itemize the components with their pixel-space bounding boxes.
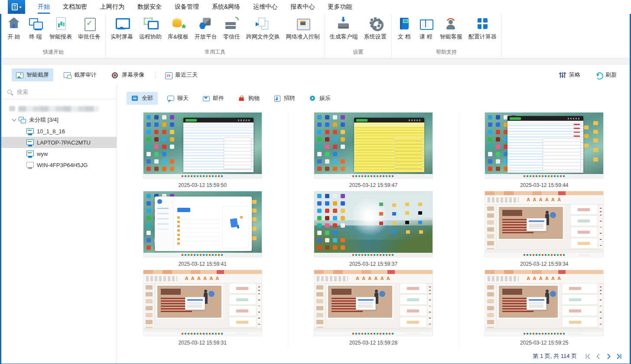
chevron-down-icon[interactable]: [12, 117, 16, 121]
ribbon-divider: [1, 58, 630, 65]
computer-tree: 未分组 [3/4] 10_1_8_16 LAPTOP-7PAC2MTU wyw: [1, 100, 117, 364]
screenshot-timestamp: 2025-03-12 15:59:41: [178, 261, 226, 267]
tab-system-network[interactable]: 系统&网络: [212, 0, 240, 14]
ribbon-button-config-calculator[interactable]: 配置计算器: [465, 14, 500, 41]
screenshot-thumbnail[interactable]: [485, 270, 603, 336]
filter-all[interactable]: 全部: [127, 92, 158, 105]
approval-tasks-icon: [81, 16, 97, 31]
ribbon-button-open-platform[interactable]: 开放平台: [192, 14, 220, 41]
ribbon-button-home[interactable]: 开 始: [3, 14, 25, 41]
page-indicator: 第 1 页, 共 114 页: [533, 352, 577, 360]
tree-item-laptop-7pac2mtu[interactable]: LAPTOP-7PAC2MTU: [1, 137, 117, 148]
ribbon-button-remote-assist[interactable]: 远程协助: [136, 14, 165, 41]
tree-item-win-4fp3p64h5jg[interactable]: WIN-4FP3P64H5JG: [1, 159, 117, 171]
mini-window-art: [354, 118, 424, 172]
generate-client-icon: [336, 16, 351, 31]
window-frame: 开 始 终 端 智能报表 审批任务 快速开始: [0, 14, 631, 364]
last-page-icon[interactable]: [615, 352, 623, 360]
tab-ops-center[interactable]: 运维中心: [253, 0, 277, 14]
desktop-icons-art: [146, 115, 151, 119]
screenshot-audit-button[interactable]: 截屏审计: [59, 68, 101, 81]
filter-recruit[interactable]: 招聘: [269, 92, 300, 105]
policy-sliders-icon: [559, 71, 566, 79]
ribbon-button-system-settings[interactable]: 系统设置: [361, 14, 390, 41]
tab-device-management[interactable]: 设备管理: [175, 0, 199, 14]
mini-statusbar-art: [314, 328, 433, 332]
tab-start[interactable]: 开始: [38, 0, 50, 14]
tree-item-10-1-8-16[interactable]: 10_1_8_16: [1, 126, 117, 137]
ribbon-button-cross-network-file-exchange[interactable]: 跨网文件交换: [243, 14, 283, 41]
screenshot-thumbnail[interactable]: [143, 113, 262, 178]
ribbon-button-label: 系统设置: [364, 33, 387, 41]
tab-report-center[interactable]: 报表中心: [290, 0, 315, 14]
censored-label: [18, 106, 99, 112]
prev-page-icon[interactable]: [594, 352, 602, 360]
tab-more-functions[interactable]: 更多功能: [328, 0, 352, 14]
ribbon-button-zero-trust[interactable]: 零信任: [220, 14, 243, 41]
ribbon-button-label: 智能客服: [440, 33, 462, 41]
ribbon-button-generate-client[interactable]: 生成客户端: [327, 14, 361, 41]
filter-mail[interactable]: 邮件: [198, 92, 229, 105]
screenshot-cell: 2025-03-12 15:59:28: [288, 270, 459, 349]
smart-service-icon: [443, 16, 459, 31]
date-range-button[interactable]: 最近三天: [160, 68, 202, 81]
mini-app-tabs-art: [143, 270, 262, 274]
ribbon-button-label: 网络准入控制: [286, 33, 320, 41]
courses-icon: [418, 16, 434, 31]
ribbon-button-library-templates[interactable]: 库&模板: [165, 14, 192, 41]
app-menu-button[interactable]: [8, 0, 25, 14]
mini-slide-panel-art: [314, 283, 325, 328]
tree-item-censored[interactable]: [1, 103, 117, 114]
ribbon-group-label: 设置: [327, 48, 390, 58]
filter-entertainment[interactable]: 娱乐: [304, 92, 335, 105]
tree-item-wyw[interactable]: wyw: [1, 148, 117, 159]
ribbon-button-smart-service[interactable]: 智能客服: [437, 14, 465, 41]
tab-document-encryption[interactable]: 文档加密: [63, 0, 87, 14]
system-settings-icon: [368, 16, 383, 31]
screenshot-timestamp: 2025-03-12 15:59:28: [349, 340, 397, 346]
chevron-down-icon: [19, 6, 22, 10]
tab-data-security[interactable]: 数据安全: [137, 0, 162, 14]
screenshot-thumbnail[interactable]: [314, 270, 433, 336]
ribbon-button-docs[interactable]: 文 档: [394, 14, 415, 41]
screenshot-thumbnail[interactable]: [485, 191, 603, 257]
screenshot-thumbnail[interactable]: [485, 113, 603, 178]
screen-recording-button[interactable]: 屏幕录像: [107, 68, 149, 81]
button-label: 智能截屏: [26, 71, 49, 79]
mini-toolbar-art: [143, 274, 262, 283]
search-input[interactable]: [17, 89, 111, 95]
screenshot-thumbnail[interactable]: [143, 191, 262, 257]
tab-internet-behavior[interactable]: 上网行为: [100, 0, 124, 14]
policy-button[interactable]: 策略: [554, 68, 585, 81]
first-page-icon[interactable]: [584, 352, 592, 360]
tree-item-ungrouped[interactable]: 未分组 [3/4]: [1, 114, 117, 126]
ribbon-button-terminals[interactable]: 终 端: [25, 14, 46, 41]
desktop-folders-art: [593, 121, 598, 125]
next-page-icon[interactable]: [605, 352, 612, 360]
mini-taskbar-art: [485, 253, 603, 257]
ribbon-button-network-access-control[interactable]: 网络准入控制: [283, 14, 323, 41]
ribbon-button-courses[interactable]: 课 程: [415, 14, 437, 41]
mini-slide-panel-art: [485, 205, 496, 249]
screenshot-thumbnail[interactable]: [314, 113, 433, 178]
desktop-folders-art: [252, 200, 257, 204]
filter-chat[interactable]: 聊天: [162, 92, 193, 105]
mini-app-tabs-art: [314, 270, 433, 274]
tree-item-label: LAPTOP-7PAC2MTU: [37, 139, 91, 146]
screenshot-thumbnail[interactable]: [143, 270, 262, 336]
mail-icon: [202, 95, 210, 102]
search-box[interactable]: [1, 85, 117, 100]
filter-shopping[interactable]: 购物: [233, 92, 264, 105]
screenshot-thumbnail[interactable]: [314, 191, 433, 257]
smart-screenshot-button[interactable]: 智能截屏: [12, 68, 53, 81]
filter-label: 邮件: [213, 94, 224, 102]
ribbon-button-approval-tasks[interactable]: 审批任务: [75, 14, 104, 41]
ribbon-button-label: 零信任: [223, 33, 240, 41]
screenshot-content: 全部 聊天 邮件 购物: [117, 85, 630, 364]
zero-trust-icon: [224, 16, 239, 31]
filter-label: 聊天: [177, 94, 189, 102]
refresh-button[interactable]: 刷新: [591, 68, 621, 81]
ribbon-button-smart-report[interactable]: 智能报表: [46, 14, 75, 41]
mini-globe-art: [379, 291, 385, 297]
ribbon-button-realtime-screen[interactable]: 实时屏幕: [107, 14, 136, 41]
